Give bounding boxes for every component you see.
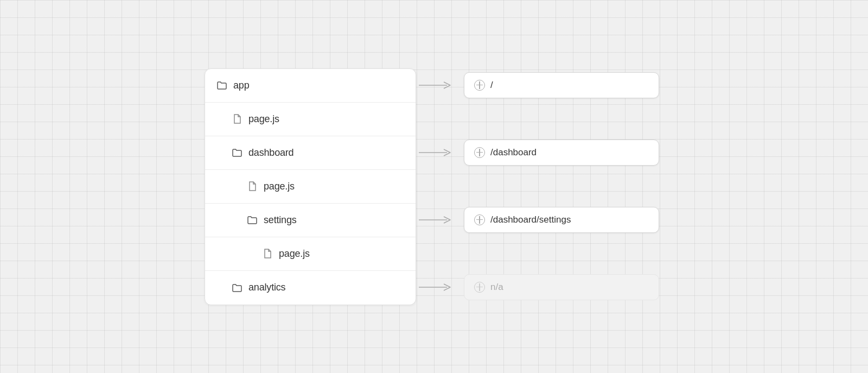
- globe-icon: [474, 282, 485, 293]
- arrow-connector: [416, 281, 459, 293]
- route-box: /dashboard/settings: [464, 207, 659, 233]
- route-row: /dashboard/settings: [416, 203, 663, 237]
- route-path: /dashboard/settings: [490, 214, 571, 225]
- route-slot: n/a: [459, 270, 663, 304]
- arrow-connector: [416, 214, 459, 226]
- tree-row: app: [205, 69, 416, 103]
- route-path: n/a: [490, 282, 503, 293]
- tree-row-label: settings: [264, 214, 297, 226]
- arrow-connector: [416, 147, 459, 159]
- tree-row-label: page.js: [248, 113, 279, 125]
- folder-icon: [246, 214, 258, 226]
- globe-icon: [474, 214, 485, 225]
- route-path: /: [490, 80, 493, 91]
- tree-row-label: page.js: [264, 181, 295, 192]
- routes-with-arrows: / /dashboard: [416, 68, 663, 304]
- folder-icon: [231, 282, 243, 294]
- globe-icon: [474, 147, 485, 158]
- file-icon: [246, 180, 258, 192]
- tree-row-label: app: [233, 80, 250, 91]
- tree-row-label: dashboard: [248, 147, 293, 159]
- route-slot: /dashboard/settings: [459, 203, 663, 237]
- route-row: /dashboard: [416, 136, 663, 169]
- tree-row: settings: [205, 204, 416, 237]
- route-slot: /: [459, 68, 663, 102]
- file-tree: app page.js dashboard: [205, 68, 416, 305]
- spacer-row: [416, 102, 663, 136]
- tree-row: page.js: [205, 237, 416, 271]
- spacer-row: [416, 237, 663, 270]
- route-path: /dashboard: [490, 147, 537, 158]
- route-row: /: [416, 68, 663, 102]
- tree-row-label: page.js: [279, 248, 310, 260]
- tree-row: page.js: [205, 170, 416, 204]
- diagram-container: app page.js dashboard: [205, 68, 663, 305]
- globe-icon: [474, 80, 485, 91]
- route-row: n/a: [416, 270, 663, 304]
- route-slot: /dashboard: [459, 136, 663, 169]
- tree-row-label: analytics: [248, 282, 285, 293]
- tree-row: dashboard: [205, 136, 416, 170]
- file-icon: [261, 248, 273, 260]
- tree-row: page.js: [205, 103, 416, 136]
- spacer-row: [416, 169, 663, 203]
- file-icon: [231, 113, 243, 125]
- folder-icon: [216, 79, 228, 91]
- route-box-muted: n/a: [464, 274, 659, 300]
- folder-icon: [231, 147, 243, 159]
- route-box: /dashboard: [464, 140, 659, 166]
- tree-row: analytics: [205, 271, 416, 305]
- arrow-connector: [416, 79, 459, 91]
- route-box: /: [464, 72, 659, 98]
